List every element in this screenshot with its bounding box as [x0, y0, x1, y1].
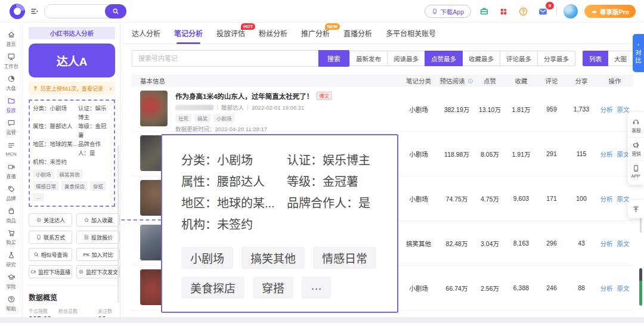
note-search-input[interactable] — [132, 50, 318, 67]
chat-icon — [7, 119, 16, 127]
phone-icon — [632, 164, 640, 172]
analyze-link[interactable]: 分析 — [600, 150, 613, 159]
add-favorite-button[interactable]: 加入收藏 — [76, 213, 120, 226]
original-link[interactable]: 原文 — [617, 239, 630, 248]
sort-most-collected[interactable]: 收藏最多 — [462, 51, 500, 66]
pk-icon: PK — [83, 252, 89, 257]
cell-reads: 118.98万 — [439, 150, 474, 159]
headset-icon — [632, 118, 640, 126]
sort-most-liked[interactable]: 点赞最多 — [425, 51, 463, 66]
tab-note-analysis[interactable]: 笔记分析 — [174, 23, 203, 44]
tab-multi-platform-accounts[interactable]: 多平台相关账号 — [386, 23, 436, 44]
rail-item-research[interactable]: 研究 — [0, 248, 23, 270]
rail-item-market[interactable]: 大盘 — [0, 72, 23, 94]
monitor-next-post-button[interactable]: 监控下次发文 — [76, 265, 120, 278]
cell-category: 小剧场 — [398, 150, 439, 159]
note-tag-list: 社死 搞笑 小剧场 — [175, 114, 332, 122]
tab-fans-analysis[interactable]: 粉丝分析 — [259, 23, 287, 44]
phone-icon — [432, 8, 438, 14]
topbar-right: 下载App 9 尊享版Pro — [425, 0, 636, 23]
rail-item-operation[interactable]: 运营 — [0, 116, 23, 138]
magnified-tag-row: 小剧场 搞笑其他 情感日常 — [181, 247, 385, 269]
tab-placement-evaluation[interactable]: 投放评估HOT — [216, 23, 245, 44]
rail-item-workbench[interactable]: 工作台 — [0, 49, 23, 72]
cell-shares: 1,733 — [566, 105, 596, 113]
rail-item-college[interactable]: 学院 — [0, 270, 23, 292]
header-estimated-reads[interactable]: 预估阅读 — [439, 76, 474, 85]
user-avatar[interactable] — [564, 4, 578, 18]
page-scrollbar-thumb[interactable] — [639, 268, 642, 281]
panel-scrollbar[interactable] — [117, 145, 119, 303]
cell-collects: 1.91万 — [506, 150, 537, 159]
home-icon — [7, 30, 16, 39]
target-icon — [78, 269, 84, 275]
follow-talent-button[interactable]: 关注达人 — [29, 213, 72, 226]
blurred-author-name — [175, 105, 213, 110]
analyze-link[interactable]: 分析 — [600, 105, 613, 114]
talent-tag-more[interactable]: … — [33, 193, 44, 201]
cell-reads: 66.74万 — [439, 284, 474, 293]
tab-talent-analysis[interactable]: 达人分析 — [132, 23, 160, 44]
view-toggle-group: 列表 大图 — [583, 51, 633, 66]
sort-latest[interactable]: 最新发布 — [349, 51, 388, 66]
rail-item-home[interactable]: 首页 — [0, 27, 23, 49]
compare-drawer-tab[interactable]: ‹ 对比 — [633, 34, 644, 72]
talent-tag-more: … — [302, 277, 331, 299]
tab-promotion-analysis[interactable]: 推广分析NEW — [301, 23, 330, 44]
note-thumbnail[interactable] — [140, 91, 168, 126]
rail-item-mcn[interactable]: MCN — [0, 138, 23, 160]
panel-title: 小红书达人分析 — [29, 27, 115, 39]
history-rank-link[interactable]: 历史上榜561次，查看记录 › — [29, 82, 115, 95]
collapse-menu-icon[interactable] — [30, 7, 39, 18]
talent-tag: 穿搭 — [90, 181, 106, 191]
view-grid[interactable]: 大图 — [608, 51, 633, 66]
rail-item-launch[interactable]: 投放 — [0, 94, 23, 116]
sort-most-shared[interactable]: 分享最多 — [537, 51, 575, 66]
talent-tag: 小剧场 — [33, 169, 54, 179]
panel-divider — [27, 285, 116, 286]
download-app-button[interactable]: 下载App — [425, 5, 471, 18]
brand-logo-icon[interactable] — [7, 1, 28, 22]
monitor-next-live-button[interactable]: 监控下场直播 — [29, 265, 72, 278]
original-link[interactable]: 原文 — [617, 194, 630, 203]
marketing-button[interactable]: 营销 — [628, 137, 644, 160]
sort-most-read[interactable]: 阅读最多 — [387, 51, 425, 66]
rail-item-help[interactable]: 帮助 — [0, 292, 23, 314]
pk-compare-button[interactable]: PK 加入对比 — [76, 248, 120, 261]
contact-info-button[interactable]: 联系方式 — [29, 231, 72, 244]
tab-live-analysis[interactable]: 直播分析 — [343, 23, 372, 44]
help-button[interactable] — [517, 5, 530, 18]
note-tag: 社死 — [175, 114, 191, 122]
page-scrollbar-thumb-active[interactable] — [639, 281, 642, 306]
toolbox-button[interactable] — [478, 5, 491, 18]
video-icon — [30, 269, 36, 275]
cell-likes: 3.04万 — [474, 239, 506, 248]
rail-item-brand[interactable]: 品牌 — [0, 182, 23, 204]
placement-quote-button[interactable]: 投放报价 — [76, 231, 120, 244]
note-title[interactable]: 作为身高1米4的山东人，过年简直太社死了！ — [175, 91, 313, 101]
analyze-link[interactable]: 分析 — [600, 194, 613, 203]
rail-item-live[interactable]: 直播 — [0, 160, 23, 182]
back-to-top-button[interactable] — [628, 200, 644, 218]
app-download-button[interactable]: APP — [628, 160, 644, 182]
pro-membership-button[interactable]: 尊享版Pro — [584, 5, 636, 18]
apps-grid-button[interactable] — [497, 5, 510, 18]
sort-most-commented[interactable]: 评论最多 — [500, 51, 538, 66]
app-window: 下载App 9 尊享版Pro — [0, 0, 644, 323]
similar-accounts-button[interactable]: 相似号查询 — [29, 248, 72, 261]
note-search-button[interactable]: 搜索 — [318, 50, 349, 67]
analyze-link[interactable]: 分析 — [600, 239, 613, 248]
messages-button[interactable]: 9 — [537, 5, 550, 18]
customer-service-button[interactable]: 客服 — [628, 114, 644, 137]
talent-name-card[interactable]: 达人A — [29, 44, 115, 77]
shopping-bag-icon — [7, 207, 16, 215]
original-link[interactable]: 原文 — [617, 284, 630, 293]
cell-collects: 1.81万 — [506, 105, 537, 114]
rail-item-purchase[interactable]: 购买 — [0, 226, 23, 248]
global-search-button[interactable] — [105, 4, 126, 18]
analyze-link[interactable]: 分析 — [600, 284, 613, 293]
original-link[interactable]: 原文 — [617, 105, 630, 114]
header-basic-info: 基本信息 — [132, 76, 398, 85]
view-list[interactable]: 列表 — [583, 51, 608, 66]
rail-item-goods[interactable]: 商品 — [0, 204, 23, 226]
